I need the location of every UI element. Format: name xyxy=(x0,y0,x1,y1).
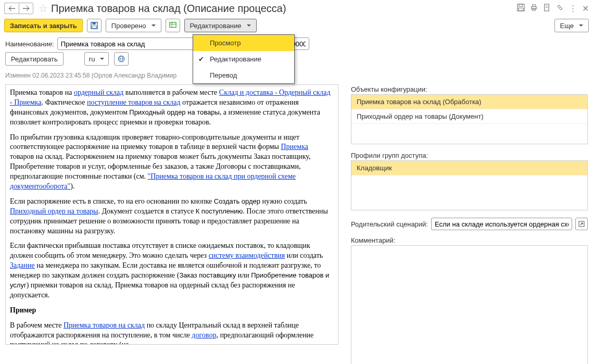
link-interaction-system[interactable]: систему взаимодействия xyxy=(209,252,285,259)
nav-back-button[interactable]: 🡠 xyxy=(4,3,19,14)
close-icon[interactable]: ✕ xyxy=(582,4,589,14)
svg-rect-11 xyxy=(92,26,96,28)
link-order-warehouse[interactable]: ордерный склад xyxy=(74,89,123,96)
menu-item-edit[interactable]: ✔ Редактирование xyxy=(193,51,294,67)
profiles-label: Профили групп доступа: xyxy=(351,152,588,159)
link-contract[interactable]: договор xyxy=(192,331,216,339)
write-and-close-button[interactable]: Записать и закрыть xyxy=(4,19,83,32)
menu-item-label: Перевод xyxy=(210,71,237,79)
link-receiving[interactable]: Приемка xyxy=(281,143,308,150)
print-icon[interactable] xyxy=(530,4,538,13)
parent-scenario-input[interactable] xyxy=(431,218,572,230)
menu-item-label: Просмотр xyxy=(210,39,241,47)
edit-button[interactable]: Редактировать xyxy=(5,52,64,66)
more-dropdown[interactable]: Еще xyxy=(554,19,589,32)
checked-dropdown[interactable]: Проверено xyxy=(106,19,161,32)
list-item[interactable]: Кладовщик xyxy=(351,161,587,175)
save-button[interactable] xyxy=(87,19,102,32)
objects-label: Объекты конфигурации: xyxy=(351,85,588,93)
favorite-star-icon[interactable]: ☆ xyxy=(39,2,48,15)
document-icon[interactable] xyxy=(543,4,551,13)
menu-item-label: Редактирование xyxy=(210,55,261,63)
translate-button[interactable] xyxy=(114,52,129,66)
check-icon: ✔ xyxy=(198,55,206,63)
svg-rect-12 xyxy=(169,22,175,28)
name-label: Наименование: xyxy=(5,40,54,48)
parent-scenario-label: Родительский сценарий: xyxy=(351,220,428,228)
link-task[interactable]: Задание xyxy=(10,261,35,269)
comment-textarea[interactable] xyxy=(351,245,588,364)
edit-mode-menu: Просмотр ✔ Редактирование Перевод xyxy=(193,34,295,84)
list-item[interactable]: Приемка товаров на склад (Обработка) xyxy=(351,95,587,109)
link-receiving-goods[interactable]: Приемка товаров на склад xyxy=(64,321,145,329)
description-content: Приемка товаров на ордерный склад выполн… xyxy=(5,84,338,345)
link-icon[interactable] xyxy=(556,4,564,13)
changed-meta: Изменен 02.06.2023 23:45:58 (Орлов Алекс… xyxy=(0,69,593,82)
nav-forward-button[interactable]: 🡢 xyxy=(19,3,33,14)
svg-rect-10 xyxy=(92,22,95,24)
kebab-menu-icon[interactable]: ⋮ xyxy=(569,4,577,13)
menu-item-view[interactable]: Просмотр xyxy=(193,35,294,51)
link-incoming-order[interactable]: Приходный ордер на товары xyxy=(10,207,98,215)
objects-list: Приемка товаров на склад (Обработка) При… xyxy=(351,94,588,144)
svg-rect-4 xyxy=(533,5,536,7)
list-item[interactable]: Приходный ордер на товары (Документ) xyxy=(351,109,587,124)
profiles-list: Кладовщик xyxy=(351,160,588,210)
link-goods-receipt[interactable]: поступление товаров на склад xyxy=(87,98,181,106)
open-parent-button[interactable] xyxy=(575,218,588,230)
save-icon[interactable] xyxy=(517,4,525,13)
edit-mode-dropdown[interactable]: Редактирование xyxy=(184,19,257,32)
comment-label: Комментарий: xyxy=(351,236,588,244)
svg-rect-1 xyxy=(519,4,523,7)
svg-rect-2 xyxy=(519,8,523,10)
menu-item-translate[interactable]: Перевод xyxy=(193,67,294,83)
lang-dropdown[interactable]: ru xyxy=(84,52,109,66)
grid-button[interactable] xyxy=(166,19,180,32)
page-title: Приемка товаров на склад (Описание проце… xyxy=(51,3,517,15)
